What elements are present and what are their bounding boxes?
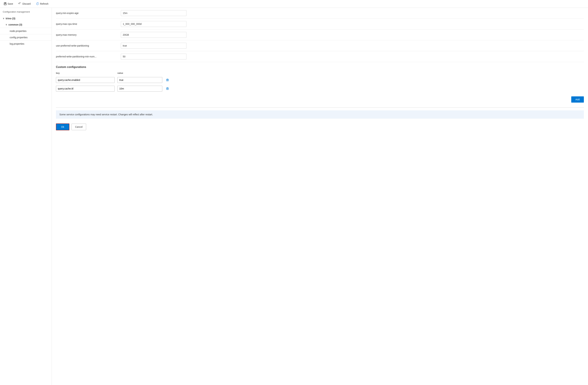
config-label-write-partitioning: use-preferred-write-partitioning	[56, 44, 118, 47]
add-button[interactable]: Add	[571, 96, 584, 103]
delete-row-2-button[interactable]	[165, 86, 170, 91]
save-label: Save	[8, 2, 13, 5]
sidebar-item-node-properties[interactable]: node.properties	[0, 28, 52, 34]
custom-val-input-2[interactable]	[117, 86, 162, 92]
key-column-header: key	[56, 72, 115, 74]
sidebar: Configuration management ∨ trino (3) ∨ c…	[0, 8, 52, 385]
notice-box: Some service configurations may need ser…	[56, 110, 584, 119]
section-divider	[56, 107, 584, 108]
cancel-button[interactable]: Cancel	[71, 124, 86, 130]
trash-icon-2	[166, 87, 169, 90]
dialog-buttons: Ok Cancel	[56, 121, 584, 135]
svg-rect-4	[167, 80, 168, 81]
discard-label: Discard	[22, 2, 31, 5]
config-input-partitioning-min-num[interactable]	[121, 54, 187, 59]
svg-rect-2	[4, 4, 6, 5]
delete-row-1-button[interactable]	[165, 77, 170, 82]
config-label-partitioning-min-num: preferred-write-partitioning-min-num...	[56, 55, 118, 58]
config-row-write-partitioning: use-preferred-write-partitioning	[56, 40, 584, 51]
toolbar: Save Discard Refresh	[0, 0, 588, 8]
config-label-max-memory: query.max-memory	[56, 34, 118, 36]
trash-icon-1	[166, 78, 169, 82]
add-button-container: Add	[56, 94, 584, 105]
custom-config-row-2	[56, 84, 584, 93]
config-row-min-expire-age: query.min-expire-age	[56, 8, 584, 19]
sidebar-item-log-properties[interactable]: log.properties	[0, 40, 52, 47]
config-input-max-memory[interactable]	[121, 32, 187, 38]
svg-rect-9	[167, 88, 168, 90]
save-button[interactable]: Save	[3, 2, 14, 6]
ok-button[interactable]: Ok	[56, 123, 69, 130]
refresh-icon	[36, 2, 39, 5]
sidebar-item-node-properties-label: node.properties	[10, 30, 26, 32]
notice-text: Some service configurations may need ser…	[59, 113, 153, 116]
svg-rect-8	[167, 88, 167, 90]
custom-config-row-1	[56, 76, 584, 84]
chevron-common-icon: ∨	[5, 23, 7, 26]
refresh-button[interactable]: Refresh	[35, 2, 49, 6]
sidebar-item-common-label: common (3)	[8, 23, 22, 26]
content-panel: query.min-expire-age query.max-cpu-time …	[52, 8, 588, 385]
sidebar-item-trino-label: trino (3)	[6, 17, 15, 20]
refresh-label: Refresh	[40, 2, 48, 5]
custom-key-input-2[interactable]	[56, 86, 115, 92]
value-column-header: value	[117, 72, 584, 74]
config-label-max-cpu-time: query.max-cpu-time	[56, 23, 118, 25]
config-row-max-memory: query.max-memory	[56, 29, 584, 40]
config-row-partitioning-min-num: preferred-write-partitioning-min-num...	[56, 51, 584, 62]
svg-rect-3	[167, 80, 167, 81]
sidebar-title: Configuration management	[0, 11, 52, 15]
chevron-trino-icon: ∨	[3, 17, 4, 20]
save-icon	[4, 2, 7, 5]
config-input-write-partitioning[interactable]	[121, 43, 187, 49]
sidebar-item-log-properties-label: log.properties	[10, 42, 24, 45]
sidebar-item-config-properties-label: config.properties	[10, 36, 28, 39]
config-input-max-cpu-time[interactable]	[121, 21, 187, 27]
sidebar-item-config-properties[interactable]: config.properties	[0, 34, 52, 40]
config-label-min-expire-age: query.min-expire-age	[56, 12, 118, 15]
sidebar-item-common[interactable]: ∨ common (3)	[0, 21, 52, 28]
sidebar-item-trino[interactable]: ∨ trino (3)	[0, 15, 52, 21]
main-layout: Configuration management ∨ trino (3) ∨ c…	[0, 8, 588, 385]
custom-configs-title: Custom configurations	[56, 62, 584, 70]
svg-rect-10	[168, 88, 168, 90]
custom-key-input-1[interactable]	[56, 77, 115, 83]
config-input-min-expire-age[interactable]	[121, 10, 187, 16]
config-row-max-cpu-time: query.max-cpu-time	[56, 19, 584, 29]
discard-icon	[19, 2, 21, 5]
custom-val-input-1[interactable]	[117, 77, 162, 83]
custom-config-header: key value	[56, 70, 584, 76]
svg-rect-5	[168, 80, 168, 81]
svg-rect-1	[4, 2, 6, 3]
discard-button[interactable]: Discard	[18, 2, 32, 6]
